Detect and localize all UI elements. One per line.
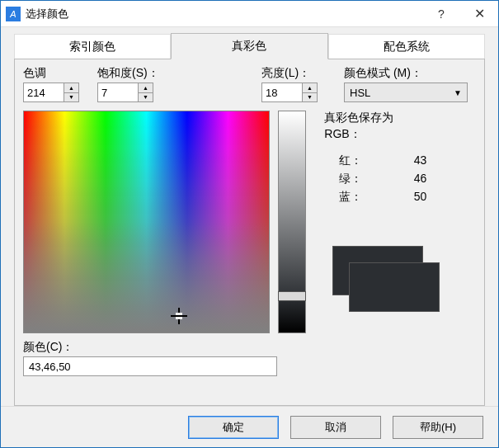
help-button-footer[interactable]: 帮助(H): [393, 416, 483, 439]
rgb-readout: 红：43 绿：46 蓝：50: [339, 153, 476, 205]
mode-label: 颜色模式 (M)：: [344, 66, 476, 81]
sat-label: 饱和度(S)：: [97, 66, 180, 81]
tabpanel-true-color: 色调 ▲▼ 饱和度(S)： ▲▼ 亮度(L)：: [14, 59, 485, 406]
lightness-thumb[interactable]: [278, 291, 306, 301]
green-label: 绿：: [339, 172, 369, 186]
blue-label: 蓝：: [339, 190, 369, 205]
color-field[interactable]: [23, 111, 270, 333]
dialog-footer: 确定 取消 帮助(H): [1, 406, 498, 447]
lightness-slider[interactable]: [278, 111, 306, 333]
window-title: 选择颜色: [26, 7, 422, 21]
tab-indexed-color[interactable]: 索引颜色: [14, 34, 171, 59]
sat-down-icon[interactable]: ▼: [139, 93, 153, 102]
hue-up-icon[interactable]: ▲: [64, 83, 78, 93]
color-text-input[interactable]: [23, 356, 277, 376]
app-icon: A: [6, 7, 21, 21]
mode-select[interactable]: HSL ▼: [344, 83, 468, 102]
light-spinner[interactable]: ▲▼: [261, 83, 319, 102]
red-value: 43: [393, 153, 426, 168]
hue-spinner[interactable]: ▲▼: [23, 83, 81, 102]
tab-true-color[interactable]: 真彩色: [171, 33, 327, 59]
sat-spinner[interactable]: ▲▼: [97, 83, 155, 102]
ok-button[interactable]: 确定: [188, 416, 279, 439]
light-input[interactable]: [261, 83, 303, 102]
hue-input[interactable]: [23, 83, 64, 102]
light-down-icon[interactable]: ▼: [303, 93, 317, 102]
red-label: 红：: [339, 153, 369, 168]
titlebar: A 选择颜色 ? ✕: [1, 1, 498, 27]
tabstrip: 索引颜色 真彩色 配色系统: [14, 35, 485, 59]
mode-value: HSL: [350, 87, 370, 99]
color-text-label: 颜色(C)：: [23, 340, 476, 355]
light-up-icon[interactable]: ▲: [303, 83, 317, 93]
hue-label: 色调: [23, 66, 97, 81]
close-button[interactable]: ✕: [460, 1, 498, 27]
green-value: 46: [393, 172, 426, 186]
cancel-button[interactable]: 取消: [290, 416, 381, 439]
content: 索引颜色 真彩色 配色系统 色调 ▲▼ 饱和度(S)： ▲▼: [1, 27, 498, 406]
save-as-label: 真彩色保存为: [324, 111, 476, 125]
sat-up-icon[interactable]: ▲: [139, 83, 153, 93]
crosshair-icon: [171, 308, 187, 324]
blue-value: 50: [393, 190, 426, 205]
color-dialog: A 选择颜色 ? ✕ 索引颜色 真彩色 配色系统 色调 ▲▼ 饱和度(S)：: [0, 0, 499, 448]
rgb-label: RGB：: [324, 127, 476, 142]
light-label: 亮度(L)：: [261, 66, 344, 81]
color-swatches: [324, 246, 476, 320]
tab-color-system[interactable]: 配色系统: [328, 34, 485, 59]
swatch-new[interactable]: [349, 262, 440, 312]
chevron-down-icon: ▼: [454, 88, 462, 97]
hue-down-icon[interactable]: ▼: [64, 93, 78, 102]
sat-input[interactable]: [97, 83, 139, 102]
help-button[interactable]: ?: [422, 1, 460, 27]
